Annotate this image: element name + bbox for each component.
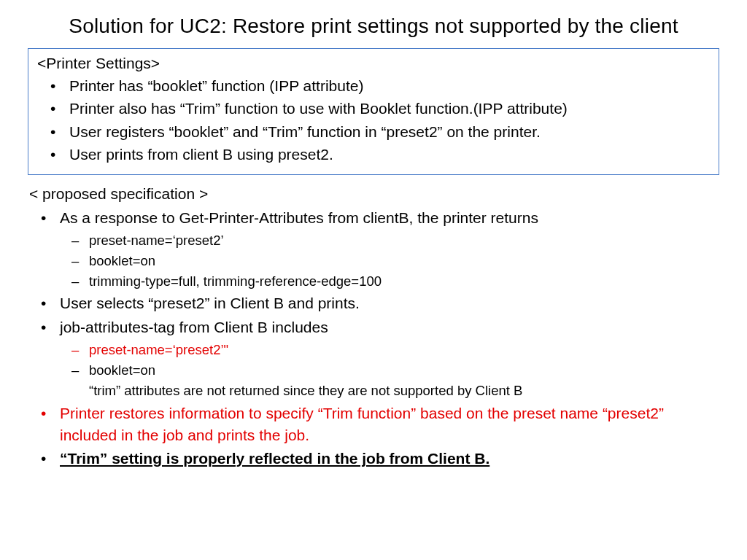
list-item: User selects “preset2” in Client B and p…: [28, 292, 719, 314]
sub-list: preset-name=‘preset2’" booklet=on: [60, 340, 719, 381]
sub-item-red: preset-name=‘preset2’": [60, 340, 719, 360]
slide-title: Solution for UC2: Restore print settings…: [28, 15, 719, 38]
list-item: User registers “booklet” and “Trim” func…: [37, 121, 710, 143]
sub-item: preset-name=‘preset2’: [60, 230, 719, 251]
sub-note: “trim” attributes are not returned since…: [60, 381, 719, 401]
sub-item: booklet=on: [60, 251, 719, 271]
list-item: Printer also has “Trim” function to use …: [37, 98, 710, 120]
proposed-list: As a response to Get-Printer-Attributes …: [28, 207, 719, 470]
list-item-red: Printer restores information to specify …: [28, 402, 719, 447]
list-item-emphasis: “Trim” setting is properly reflected in …: [28, 448, 719, 470]
list-item-text: As a response to Get-Printer-Attributes …: [60, 209, 538, 226]
emphasis-text: “Trim” setting is properly reflected in …: [60, 450, 489, 467]
list-item: Printer has “booklet” function (IPP attr…: [37, 75, 710, 97]
list-item: User prints from client B using preset2.: [37, 144, 710, 166]
list-item-text: job-attributes-tag from Client B include…: [60, 319, 328, 335]
proposed-label: < proposed specification >: [29, 185, 719, 203]
slide: Solution for UC2: Restore print settings…: [0, 0, 747, 560]
printer-settings-box: <Printer Settings> Printer has “booklet”…: [28, 48, 719, 175]
box-label: <Printer Settings>: [37, 55, 710, 72]
list-item: As a response to Get-Printer-Attributes …: [28, 207, 719, 292]
sub-item: booklet=on: [60, 360, 719, 381]
sub-item: trimming-type=full, trimming-reference-e…: [60, 271, 719, 292]
sub-list: preset-name=‘preset2’ booklet=on trimmin…: [60, 230, 719, 291]
proposed-section: < proposed specification > As a response…: [28, 185, 719, 470]
list-item: job-attributes-tag from Client B include…: [28, 316, 719, 401]
box-list: Printer has “booklet” function (IPP attr…: [37, 75, 710, 166]
